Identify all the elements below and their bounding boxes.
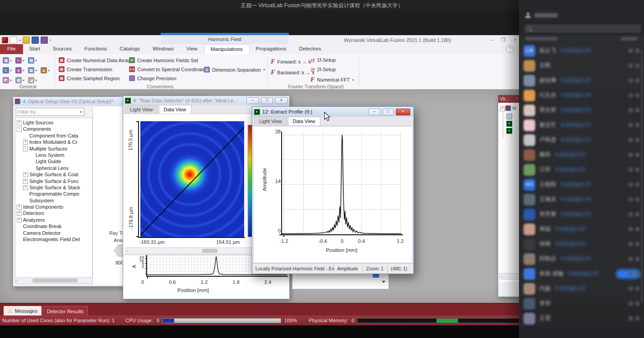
conversion-icon[interactable]: x-k (129, 66, 135, 72)
ribbon-tab[interactable]: Propagations (250, 44, 293, 54)
dimension-separation-button[interactable]: ▥ Dimension Separation▾ (204, 67, 265, 73)
tree-item[interactable]: + Single Surface & Func (15, 178, 92, 184)
general-tool-button[interactable]: ▦▾ (3, 57, 12, 64)
participant-row[interactable]: 卢风彦 中央民族大学 (519, 132, 644, 147)
ribbon-tab[interactable]: Functions (78, 44, 113, 54)
general-tool-icon[interactable]: ▦ (15, 77, 22, 83)
backward-fft-icon[interactable]: F (271, 69, 275, 76)
tree-item[interactable]: Light Guide (15, 158, 92, 164)
tree-item[interactable]: Electromagnetic Field Det (15, 236, 92, 242)
scroll-thumb[interactable] (32, 279, 78, 283)
tab-light-view[interactable]: Light View (254, 117, 287, 125)
participant-row[interactable]: 汪琛 中央民族大学 (519, 162, 644, 177)
panel-scrollbar[interactable] (641, 50, 643, 302)
tree-item[interactable]: - Multiple Surfaces (15, 146, 92, 152)
scroll-left-icon[interactable]: ‹ (17, 279, 18, 283)
ribbon-tab[interactable]: Catalogs (113, 44, 146, 54)
conversion-button[interactable]: ▦Create Transmission (59, 66, 130, 72)
extract-profile-titlebar[interactable]: 12: Extract Profile (9:) – □ × (252, 107, 413, 117)
extract-profile-window[interactable]: 12: Extract Profile (9:) – □ × Light Vie… (252, 106, 414, 274)
conversion-button[interactable]: x-kConvert to Spectral Coordinates (129, 66, 208, 72)
scroll-left-icon[interactable]: ‹ (127, 249, 128, 253)
new-document-icon[interactable] (10, 37, 17, 44)
window-maximize-button[interactable]: □ (383, 109, 394, 115)
tree-item[interactable]: + Ideal Components (15, 204, 92, 210)
clear-filter-icon[interactable]: × (79, 110, 82, 114)
status-quantity[interactable]: Amplitude (334, 264, 363, 273)
general-tool-icon[interactable]: ≈ (15, 57, 22, 64)
detector-window-titlebar[interactable]: 9: "Raw Data Detector" (# 601) after "Id… (123, 96, 289, 105)
window-close-button[interactable]: × (275, 97, 287, 104)
scroll-left-icon[interactable]: ‹ (501, 274, 502, 279)
participant-row[interactable]: 文刚 (519, 58, 644, 73)
participant-row[interactable]: 覃生荣 中央民族大学 (519, 103, 644, 118)
general-tool-button[interactable]: ≈▾ (15, 57, 24, 64)
tree-expand-icon[interactable]: + (17, 218, 22, 223)
participant-row[interactable]: 王雪 (519, 311, 644, 326)
1f-setup-icon[interactable]: 1f (310, 57, 315, 63)
general-tool-button[interactable]: ▦▾ (15, 77, 24, 83)
profile-plot-area[interactable] (282, 132, 401, 234)
tree-item[interactable]: + Single Surface & Coat (15, 171, 92, 178)
tree-item[interactable]: + Single Surface & Stack (15, 184, 92, 191)
conversion-button[interactable]: ▦Create Sampled Region (59, 75, 130, 81)
forward-fft-icon[interactable]: F (271, 58, 275, 65)
general-tool-icon[interactable]: ▦ (28, 67, 34, 73)
numerical-fft-icon[interactable]: F (310, 76, 315, 83)
conversion-icon[interactable]: ∷ (129, 75, 135, 81)
tree-item[interactable]: Subsystem (15, 197, 92, 204)
general-tool-icon[interactable]: ◪ (28, 77, 34, 83)
tree-item[interactable]: Programmable Compo (15, 191, 92, 197)
general-tool-icon[interactable]: ◩ (3, 77, 9, 83)
tree-expand-icon[interactable]: + (500, 106, 505, 111)
qat-customize-icon[interactable]: ≡ (50, 38, 52, 42)
participant-row[interactable]: 云教 高云飞 中央民族大学 (519, 43, 644, 58)
participant-row[interactable]: 幸福 中央民族大学 (519, 222, 644, 237)
tree-item[interactable]: Camera Detector (15, 230, 92, 236)
tab-messages[interactable]: ⚠ Messages (4, 306, 42, 315)
tree-item[interactable]: + Index Modulated & Cr (15, 139, 92, 145)
app-close-button[interactable]: × (510, 37, 520, 43)
participant-row[interactable]: 危芳萱 中央民族大学 (519, 207, 644, 222)
dimension-separation-icon[interactable]: ▥ (204, 67, 210, 73)
conversion-icon[interactable]: ⇄ (129, 57, 135, 63)
conversion-icon[interactable]: ▦ (59, 75, 65, 81)
conversion-icon[interactable]: ▦ (59, 57, 65, 63)
tree-expand-icon[interactable]: + (23, 172, 28, 177)
scroll-down-icon[interactable] (382, 281, 385, 283)
participant-row[interactable]: 魏菲 中央民族大学 (519, 147, 644, 162)
tree-item[interactable]: + Light Sources (15, 119, 92, 126)
tree-expand-icon[interactable]: + (23, 185, 28, 190)
ribbon-tab[interactable]: Sources (46, 44, 78, 54)
participant-row[interactable]: 李华 (519, 296, 644, 311)
tree-item[interactable]: Spherical Lens (15, 165, 92, 171)
filter-input[interactable]: Filter by... × (16, 108, 84, 116)
tree-item[interactable]: + Detectors (15, 210, 92, 216)
status-zoom[interactable]: Zoom: 1 (363, 264, 388, 273)
general-tool-icon[interactable]: φ (15, 67, 22, 73)
ribbon-tab[interactable]: Windows (146, 44, 180, 54)
app-minimize-button[interactable]: – (486, 37, 496, 43)
general-tool-button[interactable]: ▦▾ (28, 67, 37, 73)
numerical-fft-button[interactable]: F Numerical FFT▾ (310, 76, 354, 83)
participant-row[interactable]: 邦勒达 中央民族大学 (519, 251, 644, 266)
tree-expand-icon[interactable]: + (23, 140, 28, 145)
tree-expand-icon[interactable]: + (17, 120, 22, 125)
tab-detector-results[interactable]: Detector Results (42, 306, 88, 316)
tree-item[interactable]: - Components (15, 126, 92, 132)
2f-setup-button[interactable]: 2f 2f-Setup (310, 67, 336, 72)
participant-row[interactable]: 代丽 中央民族大学 (519, 281, 644, 296)
ribbon-tab[interactable]: Manipulations (204, 44, 250, 54)
participant-row[interactable]: 黎仪艺 中央民族大学 (519, 118, 644, 132)
general-tool-button[interactable]: C▾ (3, 67, 12, 73)
window-close-button[interactable]: × (396, 109, 410, 115)
conversion-button[interactable]: ∷Change Precision (129, 75, 208, 81)
window-maximize-button[interactable]: □ (261, 97, 273, 104)
general-tool-button[interactable]: ◪▾ (28, 77, 37, 83)
subheader-right-text[interactable] (621, 37, 638, 41)
tree-item[interactable]: Coordinate Break (15, 223, 92, 229)
forward-fft-button[interactable]: F Forward: x → k (271, 58, 311, 65)
pin-icon[interactable] (515, 97, 519, 100)
conversion-button[interactable]: ▦Create Numerical Data Array (59, 57, 130, 63)
result-doc-icon[interactable] (506, 114, 512, 119)
